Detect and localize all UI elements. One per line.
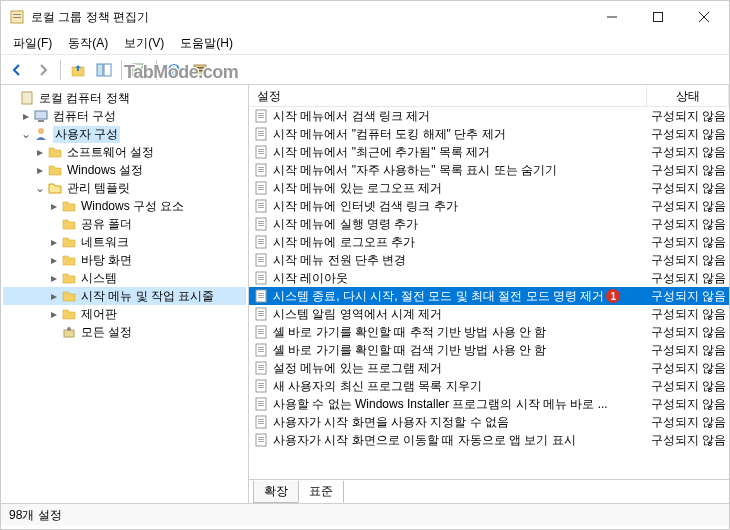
folder-icon [61, 234, 77, 250]
tab-expand[interactable]: 확장 [253, 481, 299, 503]
policy-list[interactable]: 시작 메뉴에서 검색 링크 제거구성되지 않음시작 메뉴에서 "컴퓨터 도킹 해… [249, 107, 729, 479]
list-row[interactable]: 시작 메뉴에서 검색 링크 제거구성되지 않음 [249, 107, 729, 125]
tree-start-menu[interactable]: ▸ 시작 메뉴 및 작업 표시줄 [3, 287, 246, 305]
expand-arrow-icon[interactable]: ▸ [47, 307, 61, 321]
tree-admin-templates[interactable]: ⌄ 관리 템플릿 [3, 179, 246, 197]
tree-all-settings[interactable]: ▸ 모든 설정 [3, 323, 246, 341]
annotation-badge: 1 [606, 289, 620, 303]
tree-network[interactable]: ▸ 네트워크 [3, 233, 246, 251]
tree-label: 로컬 컴퓨터 정책 [39, 90, 130, 107]
menu-help[interactable]: 도움말(H) [172, 33, 241, 54]
list-row[interactable]: 시작 메뉴에 있는 로그오프 제거구성되지 않음 [249, 179, 729, 197]
svg-rect-68 [258, 329, 264, 330]
expand-arrow-icon[interactable]: ▸ [47, 253, 61, 267]
policy-name: 시작 메뉴에서 "자주 사용하는" 목록 표시 또는 숨기기 [273, 162, 647, 179]
tree-computer-config[interactable]: ▸ 컴퓨터 구성 [3, 107, 246, 125]
policy-item-icon [253, 361, 269, 375]
list-row[interactable]: 설정 메뉴에 있는 프로그램 제거구성되지 않음 [249, 359, 729, 377]
list-row[interactable]: 새 사용자의 최신 프로그램 목록 지우기구성되지 않음 [249, 377, 729, 395]
tree-user-config[interactable]: ⌄ 사용자 구성 [3, 125, 246, 143]
svg-rect-42 [258, 207, 264, 208]
expand-arrow-icon[interactable]: ▸ [47, 235, 61, 249]
tree-windows-settings[interactable]: ▸ Windows 설정 [3, 161, 246, 179]
list-row[interactable]: 시작 메뉴에 인터넷 검색 링크 추가구성되지 않음 [249, 197, 729, 215]
tree-system[interactable]: ▸ 시스템 [3, 269, 246, 287]
tree-software-settings[interactable]: ▸ 소프트웨어 설정 [3, 143, 246, 161]
refresh-button[interactable] [127, 58, 151, 82]
expand-arrow-icon[interactable]: ▸ [19, 109, 33, 123]
list-row[interactable]: 시스템 종료, 다시 시작, 절전 모드 및 최대 절전 모드 명령 제거1구성… [249, 287, 729, 305]
tree-desktop[interactable]: ▸ 바탕 화면 [3, 251, 246, 269]
folder-icon [47, 144, 63, 160]
menu-file[interactable]: 파일(F) [5, 33, 60, 54]
tree-root[interactable]: ▸ 로컬 컴퓨터 정책 [3, 89, 246, 107]
list-header: 설정 상태 [249, 85, 729, 107]
column-state[interactable]: 상태 [647, 85, 729, 106]
list-row[interactable]: 사용자가 시작 화면을 사용자 지정할 수 없음구성되지 않음 [249, 413, 729, 431]
list-row[interactable]: 시작 메뉴에 로그오프 추가구성되지 않음 [249, 233, 729, 251]
svg-rect-20 [258, 113, 264, 114]
menu-action[interactable]: 동작(A) [60, 33, 116, 54]
tree-windows-components[interactable]: ▸ Windows 구성 요소 [3, 197, 246, 215]
back-button[interactable] [5, 58, 29, 82]
tree-label: 제어판 [81, 306, 117, 323]
policy-name: 시작 메뉴에 있는 로그오프 제거 [273, 180, 647, 197]
list-row[interactable]: 시작 레이아웃구성되지 않음 [249, 269, 729, 287]
policy-state: 구성되지 않음 [647, 414, 725, 431]
expand-arrow-icon[interactable]: ▸ [47, 271, 61, 285]
help-button[interactable]: ? [162, 58, 186, 82]
list-row[interactable]: 시작 메뉴에서 "최근에 추가됨" 목록 제거구성되지 않음 [249, 143, 729, 161]
svg-rect-61 [258, 295, 264, 296]
filter-button[interactable] [188, 58, 212, 82]
list-row[interactable]: 시작 메뉴 전원 단추 변경구성되지 않음 [249, 251, 729, 269]
list-row[interactable]: 시작 메뉴에서 "컴퓨터 도킹 해제" 단추 제거구성되지 않음 [249, 125, 729, 143]
list-row[interactable]: 시작 메뉴에 실행 명령 추가구성되지 않음 [249, 215, 729, 233]
svg-rect-32 [258, 167, 264, 168]
expand-arrow-icon[interactable]: ▸ [47, 289, 61, 303]
policy-item-icon [253, 163, 269, 177]
expand-arrow-icon[interactable]: ▸ [47, 199, 61, 213]
forward-button[interactable] [31, 58, 55, 82]
tree-label: 시작 메뉴 및 작업 표시줄 [81, 288, 214, 305]
svg-rect-46 [258, 225, 264, 226]
policy-state: 구성되지 않음 [647, 162, 725, 179]
policy-item-icon [253, 397, 269, 411]
policy-item-icon [253, 217, 269, 231]
maximize-button[interactable] [635, 2, 681, 32]
svg-rect-93 [258, 439, 264, 440]
policy-state: 구성되지 않음 [647, 234, 725, 251]
up-button[interactable] [66, 58, 90, 82]
list-row[interactable]: 사용자가 시작 화면으로 이동할 때 자동으로 앱 보기 표시구성되지 않음 [249, 431, 729, 449]
collapse-arrow-icon[interactable]: ⌄ [33, 181, 47, 195]
close-button[interactable] [681, 2, 727, 32]
svg-rect-56 [258, 275, 264, 276]
policy-item-icon [253, 325, 269, 339]
menu-view[interactable]: 보기(V) [116, 33, 172, 54]
expand-arrow-icon[interactable]: ▸ [33, 145, 47, 159]
tab-standard[interactable]: 표준 [298, 481, 344, 503]
show-hide-tree-button[interactable] [92, 58, 116, 82]
svg-rect-6 [104, 64, 111, 76]
tree-control-panel[interactable]: ▸ 제어판 [3, 305, 246, 323]
folder-icon [61, 306, 77, 322]
list-row[interactable]: 시작 메뉴에서 "자주 사용하는" 목록 표시 또는 숨기기구성되지 않음 [249, 161, 729, 179]
minimize-button[interactable] [589, 2, 635, 32]
tree-label: 바탕 화면 [81, 252, 132, 269]
tree-label: 사용자 구성 [53, 126, 120, 143]
expand-arrow-icon[interactable]: ▸ [33, 163, 47, 177]
list-row[interactable]: 셸 바로 가기를 확인할 때 추적 기반 방법 사용 안 함구성되지 않음 [249, 323, 729, 341]
tree-pane[interactable]: ▸ 로컬 컴퓨터 정책 ▸ 컴퓨터 구성 ⌄ 사용자 구성 ▸ 소프트웨어 설정… [1, 85, 249, 503]
svg-rect-82 [258, 387, 264, 388]
svg-rect-88 [258, 419, 264, 420]
policy-state: 구성되지 않음 [647, 180, 725, 197]
list-row[interactable]: 시스템 알림 영역에서 시계 제거구성되지 않음 [249, 305, 729, 323]
svg-rect-41 [258, 205, 264, 206]
collapse-arrow-icon[interactable]: ⌄ [19, 127, 33, 141]
svg-rect-81 [258, 385, 264, 386]
tree-shared-folder[interactable]: ▸ 공유 폴더 [3, 215, 246, 233]
list-row[interactable]: 셸 바로 가기를 확인할 때 검색 기반 방법 사용 안 함구성되지 않음 [249, 341, 729, 359]
policy-state: 구성되지 않음 [647, 306, 725, 323]
column-setting[interactable]: 설정 [249, 85, 647, 106]
list-row[interactable]: 사용할 수 없는 Windows Installer 프로그램의 시작 메뉴 바… [249, 395, 729, 413]
svg-rect-76 [258, 365, 264, 366]
